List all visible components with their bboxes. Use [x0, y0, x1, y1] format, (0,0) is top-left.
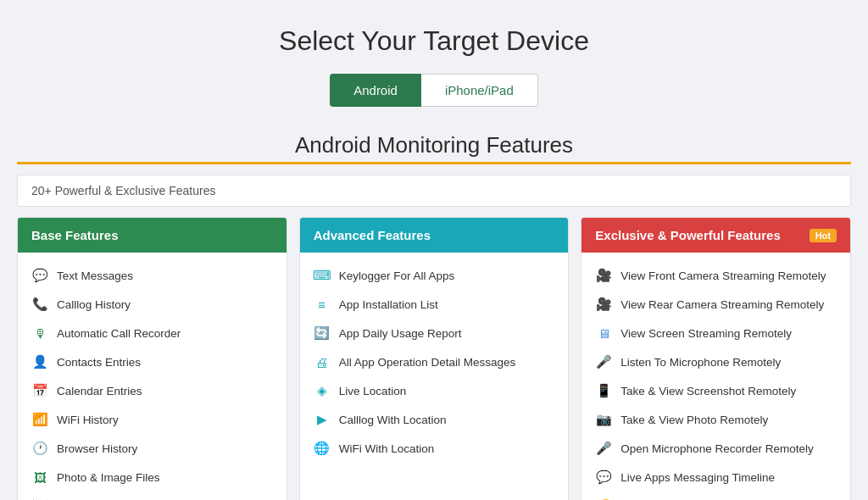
list-item: ◈ Live Location — [300, 376, 569, 405]
card-advanced: Advanced Features ⌨ Keylogger For All Ap… — [299, 217, 570, 500]
list-item: 📷 Take & View Photo Remotely — [581, 405, 850, 434]
features-banner: 20+ Powerful & Exclusive Features — [17, 175, 851, 207]
list-item: 💬 Text Messages — [18, 261, 287, 290]
hot-badge: Hot — [810, 229, 837, 242]
section-title: Android Monitoring Features — [17, 132, 851, 158]
section-underline — [17, 162, 851, 164]
list-item: 📱 Take & View Screenshot Remotely — [581, 376, 850, 405]
card-header-base: Base Features — [18, 218, 287, 253]
card-header-advanced: Advanced Features — [300, 218, 569, 253]
front-camera-icon: 🎥 — [595, 267, 612, 284]
rear-camera-icon: 🎥 — [595, 296, 612, 313]
list-item: 🎥 View Rear Camera Streaming Remotely — [581, 290, 850, 319]
card-base: Base Features 💬 Text Messages 📞 Calllog … — [17, 217, 287, 500]
list-item: 💬 Live Apps Messaging Timeline — [581, 463, 850, 492]
base-header-label: Base Features — [31, 228, 119, 242]
list-item: 🖼 Photo & Image Files — [18, 463, 287, 492]
list-item: 👤 Contacts Entries — [18, 347, 287, 376]
list-item: 🎤 Open Microphone Recorder Remotely — [581, 434, 850, 463]
list-item: 🎥 View Front Camera Streaming Remotely — [581, 261, 850, 290]
features-grid: Base Features 💬 Text Messages 📞 Calllog … — [17, 217, 851, 500]
image-icon: 🖼 — [31, 469, 48, 486]
card-body-advanced: ⌨ Keylogger For All Apps ≡ App Installat… — [300, 253, 569, 471]
list-icon: ≡ — [314, 296, 331, 313]
device-tabs: Android iPhone/iPad — [17, 74, 851, 107]
page-title: Select Your Target Device — [17, 25, 851, 57]
list-item: 🔑 Keylogger & Password — [581, 492, 850, 500]
person-icon: 👤 — [31, 353, 48, 370]
wifi-location-icon: 🌐 — [314, 440, 331, 457]
take-photo-icon: 📷 — [595, 411, 612, 428]
phone-icon: 📞 — [31, 296, 48, 313]
messaging-icon: 💬 — [595, 469, 612, 486]
advanced-header-label: Advanced Features — [314, 228, 431, 242]
mic-icon: 🎙 — [31, 325, 48, 342]
list-item: ▶ Calllog With Location — [300, 405, 569, 434]
list-item: 🔄 App Daily Usage Report — [300, 319, 569, 347]
location-icon: ◈ — [314, 382, 331, 399]
list-item: ⌨ Keylogger For All Apps — [300, 261, 569, 290]
list-item: 📅 Calendar Entries — [18, 376, 287, 405]
print-icon: 🖨 — [314, 353, 331, 370]
screen-stream-icon: 🖥 — [595, 325, 612, 342]
list-item: 🎤 Listen To Microphone Remotely — [581, 347, 850, 376]
list-item: 🖥 View Screen Streaming Remotely — [581, 319, 850, 347]
list-item: 🌐 WiFi With Location — [300, 434, 569, 463]
page-wrapper: Select Your Target Device Android iPhone… — [0, 0, 868, 500]
tab-android[interactable]: Android — [330, 74, 421, 107]
list-item: ≡ App Installation List — [300, 290, 569, 319]
list-item: 📊 Video Files — [18, 492, 287, 500]
exclusive-header-label: Exclusive & Powerful Features — [595, 228, 780, 242]
card-body-base: 💬 Text Messages 📞 Calllog History 🎙 Auto… — [18, 253, 287, 500]
list-item: 🎙 Automatic Call Recorder — [18, 319, 287, 347]
screenshot-icon: 📱 — [595, 382, 612, 399]
list-item: 🖨 All App Operation Detail Messages — [300, 347, 569, 376]
tab-iphone[interactable]: iPhone/iPad — [421, 74, 538, 107]
history-icon: 🕐 — [31, 440, 48, 457]
calllog-location-icon: ▶ — [314, 411, 331, 428]
list-item: 📞 Calllog History — [18, 290, 287, 319]
chat-icon: 💬 — [31, 267, 48, 284]
listen-mic-icon: 🎤 — [595, 353, 612, 370]
list-item: 📶 WiFi History — [18, 405, 287, 434]
card-exclusive: Exclusive & Powerful Features Hot 🎥 View… — [581, 217, 851, 500]
card-body-exclusive: 🎥 View Front Camera Streaming Remotely 🎥… — [581, 253, 850, 500]
open-mic-icon: 🎤 — [595, 440, 612, 457]
refresh-icon: 🔄 — [314, 325, 331, 342]
list-item: 🕐 Browser History — [18, 434, 287, 463]
card-header-exclusive: Exclusive & Powerful Features Hot — [581, 218, 850, 253]
wifi-icon: 📶 — [31, 411, 48, 428]
calendar-icon: 📅 — [31, 382, 48, 399]
keyboard-icon: ⌨ — [314, 267, 331, 284]
